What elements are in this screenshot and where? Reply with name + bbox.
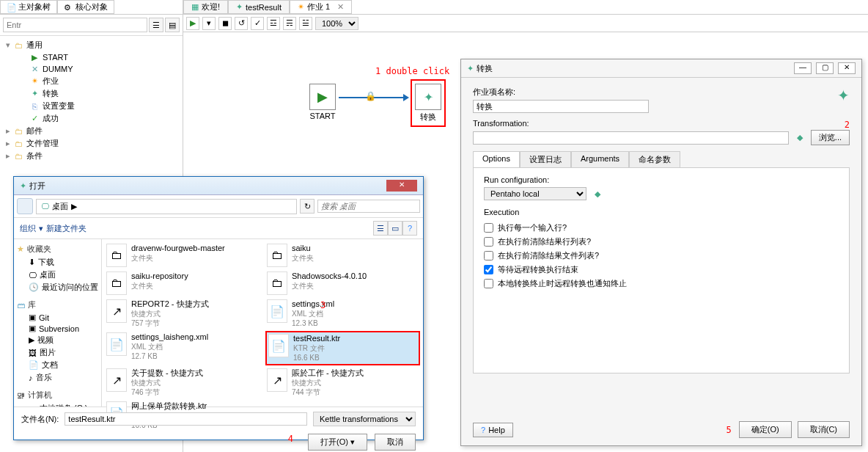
tab-core-obj[interactable]: ⚙ 核心对象	[57, 0, 114, 14]
check-row-3[interactable]: 在执行前清除结果文件列表?	[484, 249, 839, 263]
sidebar-git[interactable]: ▣Git	[17, 312, 98, 323]
transform-titlebar[interactable]: ✦ 转换 — ▢ ✕	[461, 59, 861, 78]
tree-item-success[interactable]: ✓成功	[3, 112, 180, 125]
stop-button[interactable]: ◼	[218, 17, 232, 30]
close-icon[interactable]: ✕	[337, 2, 344, 12]
tree-item-mail[interactable]: ▸🗀邮件	[3, 125, 180, 137]
help-button[interactable]: ?Help	[473, 423, 513, 437]
close-button[interactable]: ✕	[386, 180, 417, 192]
sidebar-favorites[interactable]: ★收藏夹	[17, 242, 98, 256]
preview-button[interactable]: ▭	[388, 221, 402, 236]
tab-main-tree[interactable]: 📄 主对象树	[0, 0, 57, 14]
check-abort-remote[interactable]	[484, 279, 493, 288]
file-item[interactable]: 🗀Shadowsocks-4.0.10文件夹	[265, 270, 420, 296]
transformation-path-input[interactable]	[473, 131, 789, 145]
cancel-button[interactable]: 取消	[375, 434, 416, 451]
sidebar-recent[interactable]: 🕓最近访问的位置	[17, 281, 98, 294]
replay-button[interactable]: ↺	[235, 17, 248, 30]
job-item-name-input[interactable]	[473, 100, 649, 113]
collapse-all-button[interactable]: ▤	[165, 18, 180, 32]
verify-button[interactable]: ✓	[251, 17, 264, 30]
tab-label: testResult	[246, 3, 282, 12]
impact-button[interactable]: ☲	[267, 17, 280, 30]
file-item[interactable]: 🗀saiku-repository文件夹	[105, 270, 260, 296]
check-clear-files[interactable]	[484, 251, 493, 260]
file-meta1: XML 文档	[292, 309, 334, 318]
explore-button[interactable]: ☱	[299, 17, 312, 30]
tree-item-condition[interactable]: ▸🗀条件	[3, 150, 180, 162]
file-item[interactable]: 📄settings.xmlXML 文档12.3 KB	[265, 298, 420, 329]
file-name: 賬於工作 - 快捷方式	[292, 368, 364, 378]
sidebar-downloads[interactable]: ⬇下载	[17, 256, 98, 269]
ok-button[interactable]: 确定(O)	[739, 421, 792, 438]
maximize-button[interactable]: ▢	[816, 62, 834, 74]
tree-item-filemgmt[interactable]: ▸🗀文件管理	[3, 137, 180, 150]
check-clear-rows[interactable]	[484, 237, 493, 247]
check-wait-remote[interactable]	[484, 265, 493, 274]
sidebar-docs[interactable]: 📄文档	[17, 359, 98, 371]
tree-item-general[interactable]: ▾🗀通用	[3, 39, 180, 51]
nav-back-button[interactable]	[17, 198, 33, 214]
transform-dialog: ✦ 转换 — ▢ ✕ 作业项名称: ✦ Transformation: 2 ◆ …	[460, 59, 862, 446]
tab-arguments[interactable]: Arguments	[571, 151, 629, 167]
tab-job1[interactable]: ✴作业 1✕	[290, 0, 352, 14]
tab-test-result[interactable]: ✦testResult	[228, 0, 290, 14]
open-button[interactable]: 打开(O) ▾	[308, 434, 367, 451]
file-item[interactable]: ↗关于提数 - 快捷方式快捷方式746 字节	[105, 367, 260, 398]
run-options-button[interactable]: ▾	[202, 17, 216, 30]
organize-menu[interactable]: 组织	[20, 223, 36, 234]
tree-item-dummy[interactable]: ✕DUMMY	[3, 63, 180, 75]
sidebar-computer[interactable]: 🖳计算机	[17, 388, 98, 402]
close-button[interactable]: ✕	[838, 62, 856, 74]
file-item[interactable]: ↗REPORT2 - 快捷方式快捷方式757 字节	[105, 298, 260, 329]
node-start[interactable]: ▶ START	[309, 84, 336, 120]
new-folder-button[interactable]: 新建文件夹	[46, 223, 87, 234]
check-row-4[interactable]: 等待远程转换执行结束	[484, 263, 839, 277]
filename-input[interactable]	[65, 412, 307, 426]
zoom-select[interactable]: 100%	[315, 17, 358, 30]
browse-button[interactable]: 浏览...	[811, 130, 850, 145]
refresh-button[interactable]: ↻	[300, 199, 315, 214]
minimize-button[interactable]: —	[794, 62, 812, 74]
check-row-5[interactable]: 本地转换终止时远程转换也通知终止	[484, 277, 839, 291]
variable-icon[interactable]: ◆	[793, 131, 806, 145]
sidebar-pictures[interactable]: 🖼图片	[17, 346, 98, 359]
sidebar-music[interactable]: ♪音乐	[17, 371, 98, 384]
breadcrumb[interactable]: 🖵 桌面 ▶	[36, 199, 297, 214]
file-dialog-titlebar[interactable]: ✦ 打开 ✕	[14, 177, 423, 195]
help-button[interactable]: ?	[402, 221, 417, 236]
tree-item-transform[interactable]: ✦转换	[3, 87, 180, 100]
tab-params[interactable]: 命名参数	[629, 151, 680, 167]
tree-item-job[interactable]: ✴作业	[3, 75, 180, 87]
tab-welcome[interactable]: ▦欢迎!	[183, 0, 228, 14]
file-item[interactable]: 📄settings_laisheng.xmlXML 文档12.7 KB	[105, 331, 260, 365]
check-exec-each-row[interactable]	[484, 223, 493, 233]
expand-all-button[interactable]: ☰	[149, 18, 163, 32]
view-mode-button[interactable]: ☰	[373, 221, 388, 236]
sidebar-libraries[interactable]: 🗃库	[17, 298, 98, 312]
file-item[interactable]: 📄testResult.ktrKTR 文件16.6 KB	[265, 331, 420, 365]
tree-item-start[interactable]: ▶START	[3, 51, 180, 63]
cancel-button[interactable]: 取消(C)	[798, 421, 850, 438]
file-item[interactable]: 🗀saiku文件夹	[265, 242, 420, 269]
tab-log[interactable]: 设置日志	[520, 151, 571, 167]
check-row-1[interactable]: 执行每一个输入行?	[484, 221, 839, 235]
node-transform[interactable]: ✦ 转换	[411, 79, 446, 127]
tab-options[interactable]: Options	[473, 151, 520, 167]
sql-button[interactable]: ☴	[283, 17, 296, 30]
search-input[interactable]	[3, 18, 147, 32]
sidebar-desktop[interactable]: 🖵桌面	[17, 269, 98, 281]
file-search-input[interactable]	[317, 200, 420, 213]
check-row-2[interactable]: 在执行前清除结果行列表?	[484, 235, 839, 249]
sidebar-svn[interactable]: ▣Subversion	[17, 323, 98, 334]
transform-icon: ✦	[467, 64, 474, 73]
sidebar-cdrive[interactable]: 🖴本地磁盘 (C:)	[17, 402, 98, 407]
file-item[interactable]: 🗀dravenw-fourgweb-master文件夹	[105, 242, 260, 269]
tree-item-setvar[interactable]: ⎘设置变量	[3, 100, 180, 112]
file-item[interactable]: ↗賬於工作 - 快捷方式快捷方式744 字节	[265, 367, 420, 398]
run-config-select[interactable]: Pentaho local	[484, 187, 586, 200]
file-filter-select[interactable]: Kettle transformations	[313, 412, 416, 426]
variable-icon[interactable]: ◆	[591, 187, 604, 200]
run-button[interactable]: ▶	[186, 17, 199, 30]
sidebar-video[interactable]: ▶视频	[17, 334, 98, 346]
